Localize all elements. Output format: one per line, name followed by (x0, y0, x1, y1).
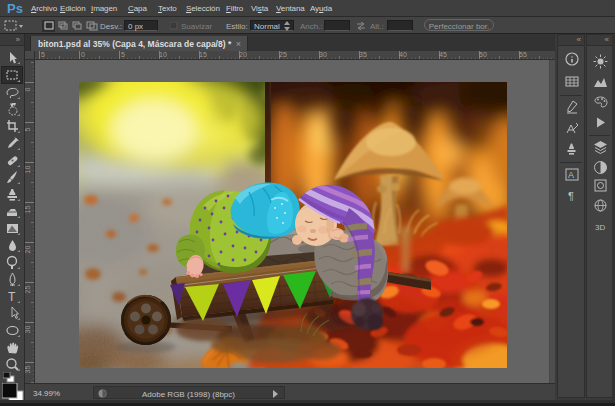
svg-text:¶: ¶ (568, 190, 574, 202)
svg-text:3D: 3D (595, 223, 605, 232)
svg-text:T: T (8, 290, 16, 304)
svg-text:A: A (568, 170, 574, 180)
